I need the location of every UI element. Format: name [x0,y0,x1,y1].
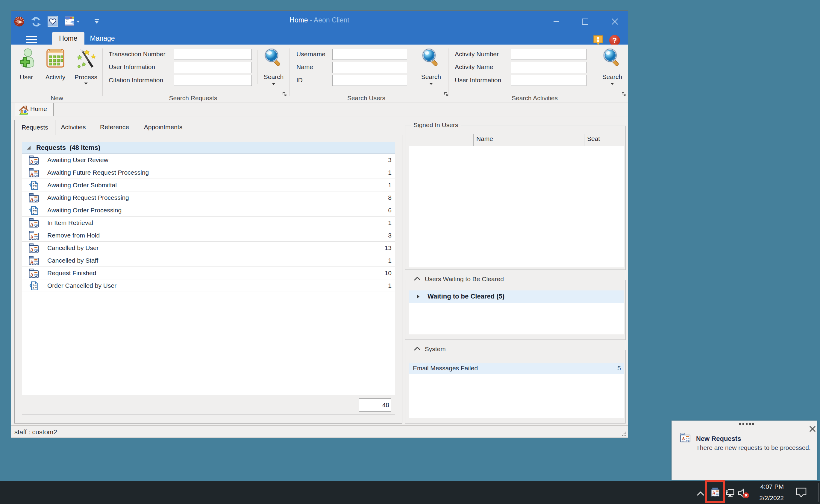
svg-text:A: A [712,491,716,495]
